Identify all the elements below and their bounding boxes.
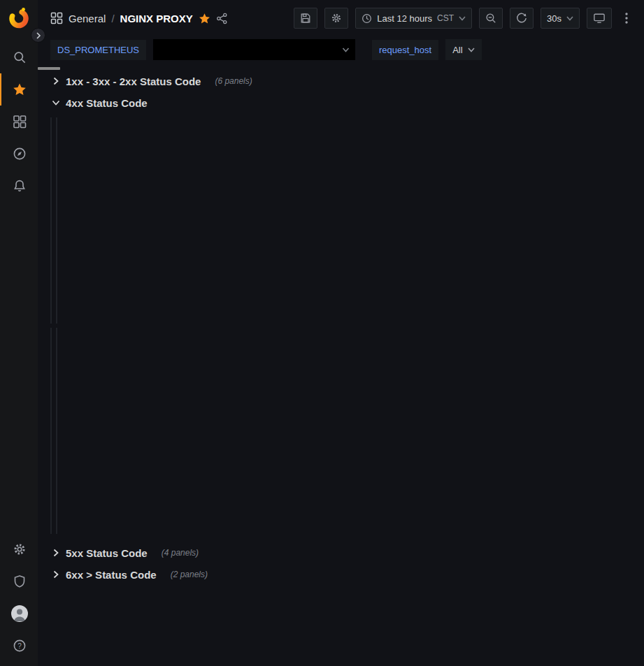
sidebar: ? bbox=[0, 0, 38, 666]
request-host-variable-label: request_host bbox=[372, 40, 438, 60]
clock-icon bbox=[362, 13, 372, 24]
sidebar-item-explore[interactable] bbox=[0, 138, 38, 170]
sidebar-item-configuration[interactable] bbox=[0, 533, 38, 565]
dashboard-body: 1xx - 3xx - 2xx Status Code (6 panels) 4… bbox=[38, 67, 60, 70]
time-range-picker[interactable]: Last 12 hours CST bbox=[355, 8, 472, 29]
zoom-out-icon bbox=[485, 13, 496, 24]
panel-4xx-by-remote-addr: 4xx by remote addr [All] 00.020.040.060.… bbox=[50, 328, 52, 534]
row-title: 5xx Status Code bbox=[66, 547, 148, 559]
sidebar-collapse-button[interactable] bbox=[31, 28, 45, 43]
save-icon bbox=[300, 13, 311, 24]
refresh-interval-label: 30s bbox=[547, 13, 561, 24]
breadcrumb-folder[interactable]: General bbox=[69, 13, 106, 24]
chevron-right-icon bbox=[50, 549, 62, 557]
chevron-right-icon bbox=[50, 77, 62, 85]
monitor-icon bbox=[593, 13, 606, 24]
time-range-label: Last 12 hours bbox=[377, 13, 432, 24]
chevron-down-icon bbox=[566, 16, 573, 21]
sidebar-bottom-menu: ? bbox=[0, 533, 38, 666]
row-title: 4xx Status Code bbox=[66, 97, 148, 109]
row-panel-count: (2 panels) bbox=[171, 570, 208, 579]
grafana-logo[interactable] bbox=[0, 0, 38, 31]
timeseries-chart: 00.0050.010.01508:0010:0012:0014:0016:00… bbox=[51, 139, 52, 284]
toolbar: Last 12 hours CST bbox=[294, 8, 634, 29]
search-icon bbox=[13, 50, 27, 64]
apps-icon[interactable] bbox=[50, 12, 63, 24]
request-host-value: All bbox=[452, 45, 462, 55]
sidebar-item-alerting[interactable] bbox=[0, 170, 38, 202]
chevron-right-icon bbox=[50, 570, 62, 579]
panel-legend: /_matrix/client/unstable/org.matrix.msc2… bbox=[57, 267, 57, 323]
panel-4xx-by-uri: 4xx by uri [All] 00.050.108:0010:0012:00… bbox=[56, 328, 57, 534]
sidebar-item-dashboards[interactable] bbox=[0, 106, 38, 138]
dashboard-header: General / NGINX PROXY bbox=[38, 0, 644, 36]
sidebar-item-help[interactable]: ? bbox=[0, 630, 38, 662]
breadcrumb: General / NGINX PROXY bbox=[50, 12, 228, 24]
sidebar-item-search[interactable] bbox=[0, 41, 38, 73]
star-icon bbox=[13, 82, 27, 96]
row-title: 6xx > Status Code bbox=[66, 569, 157, 581]
request-host-value-select[interactable]: All bbox=[445, 39, 481, 60]
favorite-star-icon[interactable] bbox=[199, 13, 210, 24]
chevron-down-icon bbox=[459, 16, 466, 21]
refresh-icon bbox=[516, 13, 527, 24]
save-dashboard-button[interactable] bbox=[294, 8, 317, 29]
panel-legend: 10.0.3.2 172.18.0.6 bbox=[51, 497, 52, 533]
timeseries-chart: 00.050.108:0010:0012:0014:0016:0018:00 bbox=[57, 349, 57, 450]
time-zone-label: CST bbox=[437, 13, 454, 23]
main-area: General / NGINX PROXY bbox=[38, 0, 644, 581]
dashboard-title[interactable]: NGINX PROXY bbox=[120, 13, 193, 24]
timeseries-chart: 00.0050.010.01508:0010:0012:0014:0016:00… bbox=[57, 139, 57, 240]
svg-text:?: ? bbox=[17, 642, 22, 650]
dashboard-settings-button[interactable] bbox=[324, 8, 348, 29]
variables-bar: DS_PROMETHEUS request_host All bbox=[38, 36, 644, 67]
sidebar-menu bbox=[0, 41, 38, 202]
sidebar-item-admin[interactable] bbox=[0, 565, 38, 598]
zoom-out-button[interactable] bbox=[479, 8, 503, 29]
breadcrumb-separator: / bbox=[111, 13, 114, 24]
datasource-value-select[interactable] bbox=[153, 39, 355, 60]
compass-icon bbox=[13, 147, 27, 161]
chevron-down-icon bbox=[342, 48, 350, 52]
cycle-view-button[interactable] bbox=[587, 8, 612, 29]
chevron-down-icon bbox=[50, 100, 62, 106]
panel-legend: /_matrix/client/unstable/org.matrix.msc2… bbox=[57, 477, 57, 533]
panel-404-by-remote-addr: 404 by remote addr [All] 00.0050.010.015… bbox=[50, 117, 52, 324]
dashboards-grid-icon bbox=[13, 115, 27, 129]
shield-icon bbox=[13, 574, 27, 588]
sidebar-item-starred[interactable] bbox=[0, 73, 38, 106]
kebab-menu-button[interactable] bbox=[619, 8, 634, 29]
avatar bbox=[10, 605, 29, 623]
gear-icon bbox=[13, 542, 27, 556]
panel-legend: 10.0.3.2 172.18.0.6 bbox=[51, 287, 52, 323]
gear-icon bbox=[331, 13, 342, 24]
row-panel-count: (4 panels) bbox=[162, 548, 199, 558]
refresh-interval-picker[interactable]: 30s bbox=[541, 8, 580, 29]
chevron-down-icon bbox=[468, 48, 475, 52]
help-icon: ? bbox=[13, 639, 27, 653]
share-icon[interactable] bbox=[216, 13, 228, 24]
kebab-icon bbox=[625, 13, 628, 24]
sidebar-item-profile[interactable] bbox=[0, 598, 38, 630]
timeseries-chart: 00.020.040.060.080.108:0010:0012:0014:00… bbox=[51, 349, 52, 495]
row-panel-count: (6 panels) bbox=[215, 76, 252, 86]
panel-404-by-uri: 404 by uri [All] 00.0050.010.01508:0010:… bbox=[56, 117, 57, 324]
refresh-button[interactable] bbox=[510, 8, 534, 29]
datasource-variable-label: DS_PROMETHEUS bbox=[50, 40, 146, 60]
bell-icon bbox=[13, 179, 27, 193]
row-title: 1xx - 3xx - 2xx Status Code bbox=[66, 75, 201, 87]
